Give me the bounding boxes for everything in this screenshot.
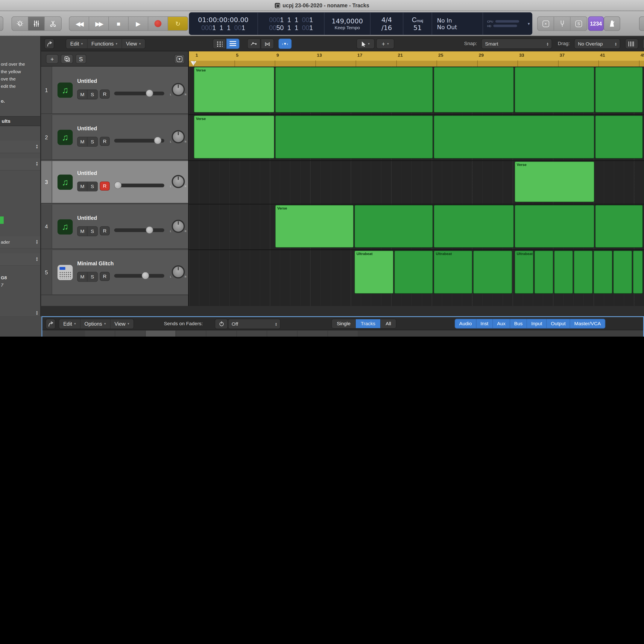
snap-select[interactable]: Smart▴▾ [481, 39, 552, 49]
secondary-tool-button[interactable]: +▾ [376, 39, 394, 49]
sends-on-faders-power-button[interactable] [215, 319, 228, 329]
sidebar-list-row[interactable]: ▴▾ [0, 158, 40, 170]
lcd-display[interactable]: 01:00:00:00.00 0001 1 1 001 0001 1 1 001… [189, 12, 532, 35]
smart-controls-button[interactable] [12, 17, 28, 30]
tracks-lane-area[interactable]: VerseVerseVerseVerseUltrabeatUltrabeatUl… [189, 67, 644, 306]
volume-slider-thumb[interactable] [114, 182, 122, 189]
midi-region[interactable] [633, 251, 643, 294]
midi-region[interactable]: Ultrabeat [515, 251, 533, 294]
track-header[interactable]: 5Minimal GlitchMSRLR [41, 250, 188, 295]
volume-slider-thumb[interactable] [154, 137, 161, 144]
midi-region[interactable] [473, 251, 512, 294]
midi-region[interactable] [613, 251, 632, 294]
filter-audio[interactable]: Audio [455, 319, 476, 328]
solo-button[interactable]: S [88, 90, 97, 99]
lcd-midi-io[interactable]: No In No Out [432, 12, 483, 35]
midi-region[interactable] [394, 251, 433, 294]
midi-region[interactable]: Ultrabeat [354, 251, 393, 294]
track-volume-slider[interactable] [114, 274, 164, 278]
midi-region[interactable]: Verse [194, 115, 274, 159]
view-mode-all[interactable]: All [381, 319, 396, 328]
record-enable-button[interactable]: R [100, 90, 110, 99]
midi-region[interactable] [515, 67, 594, 112]
forward-button[interactable]: ▶▶ [89, 17, 109, 30]
track-pan-knob[interactable]: LR [172, 130, 185, 143]
track-pan-knob[interactable]: LR [172, 265, 185, 278]
filter-inst[interactable]: Inst [476, 319, 493, 328]
solo-button[interactable]: S [88, 272, 97, 281]
track-name[interactable]: Untitled [77, 170, 97, 176]
midi-region[interactable] [574, 251, 593, 294]
mute-button[interactable]: M [78, 182, 88, 191]
track-pan-knob[interactable]: LR [172, 83, 185, 96]
lcd-key[interactable]: Cmaj 51 [403, 12, 432, 35]
mixer-channel-strip[interactable]: SettingCaptain...Reason...Bus 4Bus 3St O… [115, 331, 145, 337]
playhead-marker[interactable] [191, 61, 196, 66]
back-arrow-button[interactable] [44, 39, 54, 49]
document-proxy-icon[interactable] [275, 3, 280, 8]
view-mode-tracks[interactable]: Tracks [356, 319, 381, 328]
track-name[interactable]: Untitled [77, 78, 97, 84]
mute-button[interactable]: M [78, 137, 88, 146]
solo-mode-button[interactable]: S [571, 17, 587, 30]
volume-slider-thumb[interactable] [146, 90, 153, 97]
record-enable-button[interactable]: R [100, 226, 110, 235]
stepper-icon[interactable]: ▴▾ [36, 310, 38, 315]
tuner-button[interactable] [554, 17, 571, 30]
add-track-button[interactable]: + [46, 54, 58, 64]
duplicate-track-button[interactable] [61, 54, 73, 64]
lcd-locators[interactable]: 0001 1 1 001 0050 1 1 001 [258, 12, 325, 35]
midi-region[interactable] [434, 115, 594, 159]
mixer-channel-strip[interactable]: SettingCaptain...Reason...Bus 4Bus 3St O… [146, 331, 175, 337]
track-header[interactable]: 3♫UntitledMSRLR [41, 161, 188, 204]
track-name[interactable]: Untitled [77, 215, 97, 221]
filter-output[interactable]: Output [547, 319, 570, 328]
solo-button[interactable]: S [88, 226, 97, 235]
lcd-performance[interactable]: CPU HD [483, 12, 526, 35]
midi-region[interactable]: Verse [515, 161, 594, 202]
midi-region[interactable] [595, 67, 643, 112]
metronome-button[interactable] [604, 17, 620, 31]
mixer-channel-strip[interactable]: SettingCaptain...UltrabtBus 4Bus 3St Out… [207, 331, 236, 337]
waveform-zoom-button[interactable] [625, 39, 638, 49]
master-volume-button[interactable] [639, 17, 644, 31]
mixer-channel-strip[interactable]: SettingCaptain...Reason...Bus 4Bus 3St O… [85, 331, 115, 337]
mute-button[interactable]: M [78, 226, 88, 235]
volume-slider-thumb[interactable] [141, 272, 149, 279]
midi-region[interactable]: Verse [194, 67, 274, 112]
mixer-toggle-button[interactable] [28, 17, 45, 30]
lcd-tempo[interactable]: 149,0000 Keep Tempo [325, 12, 371, 35]
midi-region[interactable] [534, 251, 553, 294]
midi-region[interactable] [275, 115, 433, 159]
track-header[interactable]: 1♫UntitledMSRLR [41, 67, 188, 114]
track-volume-slider[interactable] [114, 92, 164, 95]
track-volume-slider[interactable] [114, 139, 164, 143]
lcd-time-position[interactable]: 01:00:00:00.00 0001 1 1 001 [189, 12, 258, 35]
tracks-menu-view[interactable]: View▾ [122, 39, 145, 49]
play-button[interactable]: ▶ [129, 17, 148, 30]
mixer-menu-options[interactable]: Options▾ [80, 319, 110, 329]
solo-button[interactable]: S [88, 182, 97, 191]
sends-mode-select[interactable]: Off▴▾ [228, 319, 281, 329]
tracks-menu-edit[interactable]: Edit▾ [66, 39, 87, 49]
midi-region[interactable] [354, 205, 433, 248]
midi-region[interactable] [434, 67, 514, 112]
automation-button[interactable] [247, 39, 260, 49]
midi-region[interactable] [595, 205, 643, 248]
pointer-tool-button[interactable]: ▾ [357, 39, 375, 49]
global-solo-button[interactable]: S [76, 54, 86, 64]
mixer-channel-strip[interactable]: 0.4s Sn...Bus 4ChorusSpace DChan EQSt Ou… [237, 331, 267, 337]
stepper-icon[interactable]: ▴▾ [36, 257, 38, 262]
stepper-icon[interactable]: ▴▾ [36, 144, 38, 149]
mixer-menu-edit[interactable]: Edit▾ [59, 319, 81, 329]
record-enable-button[interactable]: R [100, 137, 110, 146]
record-button[interactable] [148, 17, 168, 30]
count-in-button[interactable]: 1234 [588, 17, 604, 31]
rewind-button[interactable]: ◀◀ [69, 17, 89, 30]
tracks-menu-functions[interactable]: Functions▾ [87, 39, 122, 49]
editors-button[interactable] [45, 17, 61, 30]
track-header[interactable]: 4♫UntitledMSRLR [41, 205, 188, 249]
lcd-mode-chevron-icon[interactable]: ▾ [528, 21, 530, 26]
mixer-channel-strip[interactable]: Read0,003691215182124303540455060MDMaste… [328, 331, 358, 337]
track-pan-knob[interactable]: LR [172, 175, 185, 188]
